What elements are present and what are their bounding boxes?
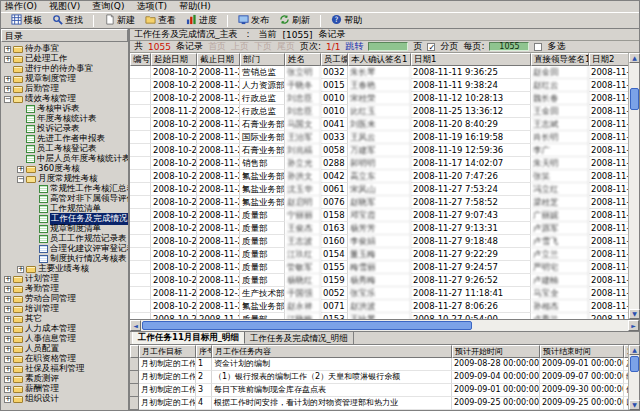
tree-item[interactable]: +组织设计 bbox=[1, 394, 128, 404]
publish-button[interactable]: 发布 bbox=[233, 12, 274, 29]
paging-checkbox[interactable]: ✓ bbox=[427, 43, 435, 51]
tree-expander-icon[interactable]: + bbox=[4, 76, 11, 83]
table-row[interactable]: 月初制定的工作目标3每日下班前编制现金库存盘点表2009-09-01 00:00… bbox=[130, 384, 628, 397]
column-header[interactable]: 月工作目标 bbox=[139, 345, 196, 358]
tree-item[interactable]: +人事信息管理 bbox=[1, 334, 128, 344]
table-row[interactable]: 2008-10-262008-11-25氟盐业务部沈玉华0061宋凤山2008-… bbox=[130, 183, 628, 196]
column-header[interactable]: 员工编号 bbox=[321, 53, 348, 66]
table-row[interactable]: 月初制定的工作目标2（1）银行报表的编制工作（2）天皇和喷淋银行余额2009-0… bbox=[130, 371, 628, 384]
tree-expander-icon[interactable]: + bbox=[17, 166, 24, 173]
horizontal-scroll-thumb[interactable] bbox=[142, 321, 472, 330]
jump-page-input[interactable] bbox=[368, 42, 408, 51]
table-row[interactable]: 2008-10-262008-11-25质量部杨晓红0159杨秀梅2008-11… bbox=[130, 274, 628, 287]
scroll-right-icon[interactable]: ► bbox=[628, 320, 639, 331]
tree-expander-icon[interactable]: + bbox=[4, 376, 11, 383]
tree-expander-icon[interactable]: + bbox=[4, 326, 11, 333]
first-page-link[interactable]: 首页 bbox=[208, 40, 226, 53]
tree-item[interactable]: +劳动合同管理 bbox=[1, 294, 128, 304]
table-row[interactable]: 2008-10-262008-11-25质量部宁丽丽0158邓宝霞2008-11… bbox=[130, 209, 628, 222]
tree-expander-icon[interactable]: + bbox=[4, 316, 11, 323]
template-button[interactable]: 模板 bbox=[6, 12, 47, 29]
column-header[interactable] bbox=[130, 345, 139, 358]
column-header[interactable]: 预计开始时间 bbox=[452, 345, 540, 358]
column-header[interactable]: 月工作任务内容 bbox=[212, 345, 452, 358]
table-row[interactable]: 2008-10-262008-11-25石膏业务部刘兆福0058万建军2008-… bbox=[130, 144, 628, 157]
tree-expander-icon[interactable]: + bbox=[4, 336, 11, 343]
tree-expander-icon[interactable]: + bbox=[4, 366, 11, 373]
table-row[interactable]: 2008-10-262008-11-25销售部孙立光0288郭明明2008-11… bbox=[130, 157, 628, 170]
table-row[interactable]: 2008-10-252008-11-25行政总监刘忠臣0010宋桂荣2008-1… bbox=[130, 92, 628, 105]
tree-expander-icon[interactable]: − bbox=[17, 176, 24, 183]
detail-vertical-scrollbar[interactable]: ▲ ▼ bbox=[628, 345, 639, 410]
tree-item[interactable]: +素质测评 bbox=[1, 374, 128, 384]
table-row[interactable]: 2008-11-262008-12-31生产技术部于国强0052张宝乐2008-… bbox=[130, 287, 628, 300]
table-row[interactable]: 2008-10-262008-11-25氟盐业务部赵永祥0071赵洪波2008-… bbox=[130, 300, 628, 313]
tree-item[interactable]: +计划管理 bbox=[1, 274, 128, 284]
column-header[interactable]: 截止日期 bbox=[197, 53, 240, 66]
refresh-button[interactable]: 刷新 bbox=[274, 12, 315, 29]
per-page-input[interactable]: 1055 bbox=[489, 42, 529, 51]
tree-expander-icon[interactable]: + bbox=[4, 46, 11, 53]
column-header[interactable]: 部门 bbox=[240, 53, 285, 66]
detail-tab[interactable]: 工作任务11月目标用_明细 bbox=[132, 330, 245, 344]
column-header[interactable]: 起始日期 bbox=[151, 53, 197, 66]
scroll-left-icon[interactable]: ◄ bbox=[130, 320, 141, 331]
table-row[interactable]: 2008-10-262008-11-25氟盐业务部赵启明0076赵晓军2008-… bbox=[130, 196, 628, 209]
tree-expander-icon[interactable]: + bbox=[4, 386, 11, 393]
table-row[interactable]: 2008-10-262008-11-25质量部王志波0160李俊娟2008-11… bbox=[130, 235, 628, 248]
tree-expander-icon[interactable]: + bbox=[4, 356, 11, 363]
vertical-scroll-thumb[interactable] bbox=[630, 88, 639, 110]
column-header[interactable]: 本人确认签名1 bbox=[348, 53, 411, 66]
column-header[interactable]: 编号 bbox=[130, 53, 151, 66]
tree-expander-icon[interactable]: + bbox=[4, 56, 11, 63]
table-row[interactable]: 2008-10-262008-11-25质量部江玖红0154董玉梅2008-11… bbox=[130, 248, 628, 261]
tree-expander-icon[interactable]: + bbox=[4, 296, 11, 303]
tree-item[interactable]: +培训管理 bbox=[1, 304, 128, 314]
tree-expander-icon[interactable]: + bbox=[4, 396, 11, 403]
tree-item[interactable]: +规章制度管理 bbox=[1, 74, 128, 84]
main-vertical-scrollbar[interactable]: ▲ ▼ bbox=[628, 53, 639, 319]
help-button[interactable]: ?帮助 bbox=[326, 12, 367, 29]
column-header[interactable]: 日期2 bbox=[589, 53, 628, 66]
table-row[interactable]: 2008-10-262008-11-25国际业务部王治军0033王凤云2008-… bbox=[130, 131, 628, 144]
table-row[interactable]: 2008-10-262008-11-25人力资源部于晓冬0015王春艳2008-… bbox=[130, 79, 628, 92]
next-page-link[interactable]: 下页 bbox=[254, 40, 272, 53]
prev-page-link[interactable]: 上页 bbox=[231, 40, 249, 53]
tree-expander-icon[interactable]: + bbox=[4, 286, 11, 293]
table-row[interactable]: 2008-10-262008-11-25石膏业务部马国文0041刘医来2008-… bbox=[130, 118, 628, 131]
tree-item[interactable]: +薪酬管理 bbox=[1, 384, 128, 394]
multi-select-checkbox[interactable] bbox=[534, 43, 542, 51]
table-row[interactable]: 2008-10-262008-11-25氟盐业务部孙洪文0042高立东2008-… bbox=[130, 170, 628, 183]
last-page-link[interactable]: 尾页 bbox=[277, 40, 295, 53]
tree-expander-icon[interactable]: + bbox=[17, 266, 24, 273]
table-row[interactable]: 2008-10-262008-11-25质量部江晓梅0153王咏琴2008-10… bbox=[130, 313, 628, 319]
tree-item[interactable]: +主要业绩考核 bbox=[1, 264, 128, 274]
table-row[interactable]: 月初制定的工作目标4根据工作时间安排，看计划的对物资管理部和热力业2009-09… bbox=[130, 397, 628, 410]
table-row[interactable]: 月初制定的工作目标1资金计划的编制2009-08-28 00:00:002009… bbox=[130, 358, 628, 371]
new-doc-button[interactable]: 新建 bbox=[99, 12, 140, 29]
scroll-down-icon[interactable]: ▼ bbox=[629, 309, 640, 319]
table-row[interactable]: 2008-10-262008-11-25质量部管敏军0155梅雪丽2008-11… bbox=[130, 261, 628, 274]
column-header[interactable]: 预计结束时间 bbox=[540, 345, 624, 358]
tree-item[interactable]: +社保及福利管理 bbox=[1, 364, 128, 374]
jump-link[interactable]: 跳转 bbox=[345, 40, 363, 53]
tree-expander-icon[interactable]: + bbox=[4, 306, 11, 313]
tree-expander-icon[interactable]: + bbox=[4, 276, 11, 283]
scroll-up-icon[interactable]: ▲ bbox=[629, 53, 640, 63]
tree-expander-icon[interactable]: + bbox=[4, 86, 11, 93]
tree-expander-icon[interactable]: + bbox=[4, 346, 11, 353]
progress-button[interactable]: 进度 bbox=[181, 12, 222, 29]
table-row[interactable]: 2008-11-262008-12-31行政总监刘忠臣0010比红玉2008-1… bbox=[130, 105, 628, 118]
search-button[interactable]: 查找 bbox=[47, 12, 88, 29]
vertical-scroll-thumb[interactable] bbox=[630, 356, 639, 372]
column-header[interactable]: 姓名 bbox=[285, 53, 321, 66]
scroll-up-icon[interactable]: ▲ bbox=[629, 345, 640, 355]
view-folder-button[interactable]: 查看 bbox=[140, 12, 181, 29]
detail-tab[interactable]: 工作任务及完成情况_明细 bbox=[245, 332, 354, 344]
table-row[interactable]: 2008-10-262008-11-25营销总监张立明0032朱长琴2008-1… bbox=[130, 66, 628, 79]
scroll-down-icon[interactable]: ▼ bbox=[629, 400, 640, 410]
column-header[interactable]: 日期1 bbox=[411, 53, 531, 66]
tree-expander-icon[interactable]: − bbox=[4, 96, 11, 103]
column-header[interactable]: 直接领导签名1 bbox=[531, 53, 589, 66]
main-horizontal-scrollbar[interactable]: ◄ ► bbox=[130, 320, 639, 332]
